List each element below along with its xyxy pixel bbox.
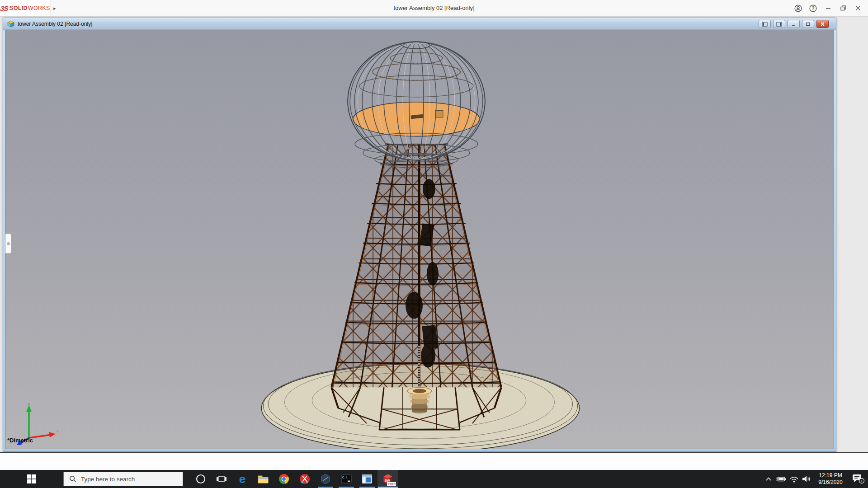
tray-time: 12:19 PM	[813, 472, 848, 479]
file-explorer-icon[interactable]	[253, 470, 274, 488]
pane-right-button[interactable]	[773, 20, 785, 28]
doc-restore-button[interactable]	[802, 20, 814, 28]
pane-left-button[interactable]	[759, 20, 771, 28]
document-titlebar[interactable]: tower Assembly 02 [Read-only]	[3, 18, 836, 30]
assembly-icon	[7, 20, 15, 28]
app-window-controls: ?	[791, 0, 865, 16]
dome	[348, 42, 485, 168]
app-titlebar: ЗS SOLID WORKS ▸ tower Assembly 02 [Read…	[0, 0, 868, 17]
scissors-app-icon[interactable]	[294, 470, 315, 488]
y-arrowhead	[26, 405, 32, 412]
notification-count: 1	[861, 479, 863, 483]
close-button[interactable]	[850, 0, 865, 16]
tray-chevron-icon[interactable]	[762, 470, 775, 488]
doc-minimize-button[interactable]	[788, 20, 800, 28]
volume-icon[interactable]	[800, 470, 813, 488]
start-button[interactable]	[0, 470, 63, 488]
action-center-icon[interactable]: 1	[848, 470, 868, 488]
search-icon	[69, 475, 76, 483]
hexagon-app-icon[interactable]	[315, 470, 336, 488]
document-title: tower Assembly 02 [Read-only]	[18, 21, 92, 27]
document-window: tower Assembly 02 [Read-only]	[3, 18, 836, 452]
edge-icon[interactable]: e	[232, 470, 253, 488]
search-placeholder: Type here to search	[81, 476, 135, 483]
tower-model	[5, 30, 834, 449]
app-window-title: tower Assembly 02 [Read-only]	[0, 0, 868, 16]
featuremanager-expand-tab[interactable]	[5, 234, 11, 253]
system-tray: 12:19 PM 9/16/2020 1	[762, 470, 868, 488]
battery-icon[interactable]	[775, 470, 788, 488]
taskbar-apps: e	[183, 470, 398, 488]
task-view-icon[interactable]	[211, 470, 232, 488]
account-icon[interactable]	[791, 0, 806, 16]
search-input[interactable]: Type here to search	[63, 472, 183, 486]
terminal-icon[interactable]: C:\	[336, 470, 357, 488]
svg-text:C:\: C:\	[342, 476, 348, 479]
clock[interactable]: 12:19 PM 9/16/2020	[813, 472, 848, 486]
sw-year-badge: 2020	[387, 482, 396, 486]
minimize-button[interactable]	[821, 0, 835, 16]
status-strip	[0, 452, 868, 470]
x-arrowhead	[49, 432, 56, 437]
tray-date: 9/16/2020	[813, 479, 848, 486]
expand-dot-icon	[7, 242, 10, 245]
svg-text:?: ?	[811, 6, 814, 11]
cortana-icon[interactable]	[190, 470, 211, 488]
help-icon[interactable]: ?	[806, 0, 821, 16]
chrome-icon[interactable]	[274, 470, 294, 488]
tower-lattice	[331, 144, 501, 430]
document-window-controls	[759, 20, 829, 28]
graphics-viewport[interactable]: x *Dimetric	[5, 30, 834, 449]
doc-close-button[interactable]	[816, 20, 829, 28]
window-app-icon[interactable]	[357, 470, 377, 488]
x-axis-label: x	[57, 428, 59, 433]
windows-logo-icon	[27, 474, 37, 484]
solidworks-2020-icon[interactable]: SW 2020	[377, 470, 398, 488]
view-orientation-label: *Dimetric	[7, 437, 33, 444]
screen: ЗS SOLID WORKS ▸ tower Assembly 02 [Read…	[0, 0, 868, 488]
restore-button[interactable]	[835, 0, 850, 16]
taskbar: Type here to search e	[0, 470, 868, 488]
wifi-icon[interactable]	[788, 470, 800, 488]
